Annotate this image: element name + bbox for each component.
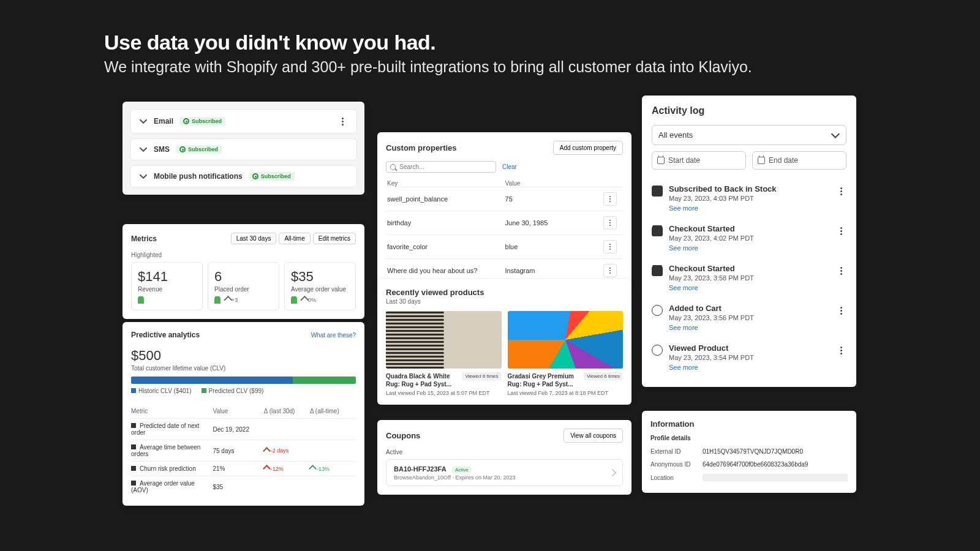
kebab-menu-button[interactable] <box>603 192 617 206</box>
check-icon <box>183 118 189 124</box>
kebab-menu-button[interactable] <box>835 186 846 197</box>
kebab-menu-button[interactable] <box>835 225 846 236</box>
subscribed-badge: Subscribed <box>179 117 225 126</box>
channel-row-sms[interactable]: SMS Subscribed <box>130 138 357 160</box>
shopify-icon <box>214 296 221 304</box>
activity-event: Added to CartMay 23, 2023, 3:56 PM PDTSe… <box>652 298 846 337</box>
event-title: Added to Cart <box>669 304 829 313</box>
table-row: Average order value (AOV) $35 <box>131 476 356 497</box>
stat-revenue: $141 Revenue <box>131 262 203 310</box>
table-row: Predicted date of next order Dec 19, 202… <box>131 418 356 440</box>
channel-row-push[interactable]: Mobile push notifications Subscribed <box>130 165 357 187</box>
clv-historic-segment <box>131 377 293 384</box>
coupon-row[interactable]: BA10-HFFJ23FA Active BrowseAbandon_10Off… <box>386 459 623 486</box>
view-all-coupons-button[interactable]: View all coupons <box>564 429 623 443</box>
gear-icon <box>652 345 663 356</box>
clv-legend: Historic CLV ($401) Predicted CLV ($99) <box>131 388 356 394</box>
event-timestamp: May 23, 2023, 3:56 PM PDT <box>669 314 829 321</box>
custom-properties-card: Custom properties Add custom property Cl… <box>377 132 631 291</box>
channels-card: Email Subscribed SMS Subscribed Mobile p… <box>123 102 364 195</box>
product-card[interactable]: Quadra Black & White Rug: Rug + Pad Syst… <box>386 311 502 396</box>
add-custom-property-button[interactable]: Add custom property <box>553 141 623 155</box>
shopify-icon <box>138 296 144 304</box>
chevron-down-icon <box>139 145 148 154</box>
kebab-menu-button[interactable] <box>835 305 846 316</box>
shopify-icon <box>291 296 297 304</box>
stat-placed-order: 6 Placed order +3 <box>208 262 279 310</box>
coupons-active-label: Active <box>386 449 623 455</box>
see-more-link[interactable]: See more <box>669 324 829 331</box>
event-timestamp: May 23, 2023, 4:02 PM PDT <box>669 234 829 242</box>
kebab-menu-button[interactable] <box>603 264 617 277</box>
gear-icon <box>652 305 663 316</box>
kebab-menu-button[interactable] <box>835 345 846 356</box>
view-count-badge: Viewed 8 times <box>462 372 501 380</box>
event-title: Checkout Started <box>669 264 829 273</box>
see-more-link[interactable]: See more <box>669 364 829 371</box>
activity-event: Checkout StartedMay 23, 2023, 3:58 PM PD… <box>652 258 846 298</box>
table-row: Churn risk prediction 21% -12% -13% <box>131 461 356 476</box>
channel-label: Mobile push notifications <box>154 172 243 181</box>
event-title: Checkout Started <box>669 224 829 233</box>
see-more-link[interactable]: See more <box>669 284 829 291</box>
see-more-link[interactable]: See more <box>669 244 829 252</box>
profile-details-heading: Profile details <box>650 435 848 441</box>
table-row: favorite_color blue <box>386 234 623 258</box>
calendar-icon <box>758 157 765 164</box>
product-card[interactable]: Gradasi Grey Premium Rug: Rug + Pad Syst… <box>508 311 624 396</box>
check-icon <box>252 173 258 179</box>
kebab-menu-button[interactable] <box>337 116 348 127</box>
end-date-input[interactable]: End date <box>752 151 846 170</box>
metrics-title: Metrics <box>131 234 157 243</box>
kebab-menu-button[interactable] <box>603 216 617 230</box>
tab-all-time[interactable]: All-time <box>279 233 310 244</box>
shop-icon <box>652 265 663 276</box>
view-count-badge: Viewed 6 times <box>584 372 623 380</box>
chevron-down-icon <box>139 172 148 181</box>
what-are-these-link[interactable]: What are these? <box>311 332 356 339</box>
chevron-down-icon <box>831 129 840 138</box>
anonymous-id-value: 64de076964f700f0be6608323a36bda9 <box>703 458 848 471</box>
chevron-right-icon <box>609 469 616 476</box>
product-thumbnail <box>508 311 624 369</box>
clv-value: $500 <box>131 348 356 364</box>
search-input-wrap[interactable] <box>386 161 496 173</box>
edit-metrics-button[interactable]: Edit metrics <box>313 233 356 244</box>
clv-predicted-segment <box>293 377 356 384</box>
start-date-input[interactable]: Start date <box>652 151 746 170</box>
channel-row-email[interactable]: Email Subscribed <box>130 109 357 133</box>
coupons-card: Coupons View all coupons Active BA10-HFF… <box>377 420 631 495</box>
tab-last-30-days[interactable]: Last 30 days <box>231 233 277 244</box>
event-timestamp: May 23, 2023, 3:58 PM PDT <box>669 274 829 282</box>
recently-viewed-card: Recently viewed products Last 30 days Qu… <box>377 279 631 405</box>
product-thumbnail <box>386 311 502 369</box>
clear-link[interactable]: Clear <box>502 163 517 170</box>
table-row: birthday June 30, 1985 <box>386 211 623 234</box>
tag-icon <box>652 186 663 197</box>
custom-properties-title: Custom properties <box>386 143 457 152</box>
check-icon <box>179 146 186 152</box>
coupons-title: Coupons <box>386 431 420 440</box>
kebab-menu-button[interactable] <box>603 240 617 253</box>
event-timestamp: May 23, 2023, 3:54 PM PDT <box>669 354 829 361</box>
trend-icon: 0% <box>301 297 316 303</box>
location-skeleton <box>703 474 848 481</box>
stat-aov: $35 Average order value 0% <box>284 262 356 310</box>
shop-icon <box>652 225 663 236</box>
activity-log-card: Activity log All events Start date End d… <box>642 96 856 387</box>
clv-label: Total customer lifetime value (CLV) <box>131 365 356 372</box>
information-card: Information Profile details External ID0… <box>642 411 856 493</box>
event-filter-select[interactable]: All events <box>652 125 846 145</box>
active-badge: Active <box>452 467 472 473</box>
kebab-menu-button[interactable] <box>835 265 846 276</box>
predictive-title: Predictive analytics <box>131 331 200 339</box>
see-more-link[interactable]: See more <box>669 204 829 212</box>
external-id-value: 01H15QV34579TVQNJD7JQMD0R0 <box>703 445 848 458</box>
trend-icon: +3 <box>224 297 238 303</box>
activity-log-title: Activity log <box>652 105 846 116</box>
event-title: Viewed Product <box>669 343 829 353</box>
highlighted-label: Highlighted <box>131 252 356 258</box>
search-icon <box>390 164 396 170</box>
search-input[interactable] <box>399 163 492 170</box>
hero-title: Use data you didn't know you had. <box>104 31 980 54</box>
